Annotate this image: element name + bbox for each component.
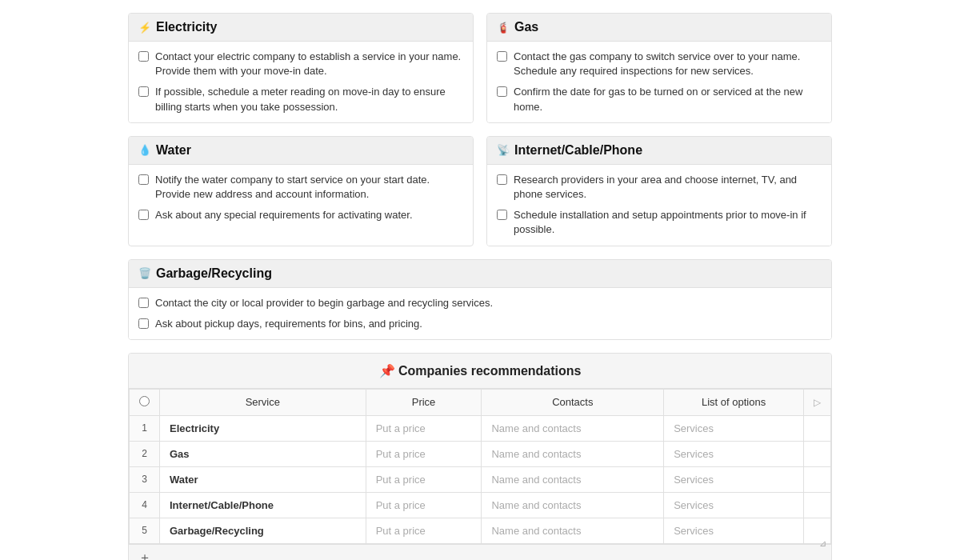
row-service-2: Gas (160, 441, 366, 466)
row-contacts-5[interactable]: Name and contacts (482, 518, 664, 543)
row-price-1[interactable]: Put a price (366, 415, 482, 441)
table-header-row: Service Price Contacts List of options ▷ (130, 389, 831, 415)
top-row: ⚡ Electricity Contact your electric comp… (128, 13, 832, 123)
internet-item-1: Research providers in your area and choo… (497, 173, 822, 202)
row-contacts-4[interactable]: Name and contacts (482, 492, 664, 518)
row-num-4: 4 (130, 492, 160, 518)
companies-section: 📌 Companies recommendations Service Pric… (128, 353, 832, 560)
row-num-1: 1 (130, 415, 160, 441)
electricity-icon: ⚡ (138, 22, 151, 34)
internet-checkbox-1[interactable] (497, 174, 507, 185)
gas-section: 🧯 Gas Contact the gas company to switch … (486, 13, 832, 123)
row-num-5: 5 (130, 518, 160, 543)
garbage-icon: 🗑️ (138, 267, 151, 279)
water-checkbox-2[interactable] (138, 210, 149, 220)
electricity-title: Electricity (156, 20, 217, 34)
table-col-resize: ▷ (804, 389, 831, 415)
gas-item-1: Contact the gas company to switch servic… (497, 50, 822, 78)
electricity-item-1-text: Contact your electric company to establi… (155, 50, 463, 78)
table-row: 3 Water Put a price Name and contacts Se… (130, 466, 831, 492)
water-title: Water (156, 143, 191, 158)
row-extra-2 (804, 441, 831, 466)
gas-item-2-text: Confirm the date for gas to be turned on… (514, 85, 822, 114)
row-price-4[interactable]: Put a price (366, 492, 482, 518)
garbage-item-2-text: Ask about pickup days, requirements for … (155, 317, 422, 331)
row-extra-1 (804, 415, 831, 441)
row-contacts-3[interactable]: Name and contacts (482, 466, 664, 492)
row-options-1[interactable]: Services (664, 415, 804, 441)
internet-icon: 📡 (497, 144, 510, 156)
table-col-service: Service (160, 389, 366, 415)
add-row-button[interactable]: ＋ (135, 548, 154, 560)
water-item-1: Notify the water company to start servic… (138, 173, 463, 202)
internet-checkbox-2[interactable] (497, 210, 507, 220)
garbage-item-1: Contact the city or local provider to be… (138, 296, 822, 310)
row-service-3: Water (160, 466, 366, 492)
electricity-checkbox-2[interactable] (138, 86, 149, 97)
electricity-body: Contact your electric company to establi… (129, 42, 473, 122)
garbage-item-2: Ask about pickup days, requirements for … (138, 317, 822, 331)
electricity-checkbox-1[interactable] (138, 51, 149, 62)
gas-item-1-text: Contact the gas company to switch servic… (514, 50, 822, 78)
gas-checkbox-2[interactable] (497, 86, 507, 97)
companies-header: 📌 Companies recommendations (129, 354, 831, 389)
table-row: 4 Internet/Cable/Phone Put a price Name … (130, 492, 831, 518)
internet-body: Research providers in your area and choo… (487, 165, 831, 246)
garbage-title: Garbage/Recycling (156, 266, 272, 281)
row-price-3[interactable]: Put a price (366, 466, 482, 492)
row-num-3: 3 (130, 466, 160, 492)
water-item-2: Ask about any special requirements for a… (138, 208, 463, 222)
water-section: 💧 Water Notify the water company to star… (128, 136, 474, 246)
companies-table-wrapper: Service Price Contacts List of options ▷… (129, 389, 831, 560)
resize-handle-icon: ⊿ (819, 538, 826, 549)
water-checkbox-1[interactable] (138, 174, 149, 185)
row-contacts-1[interactable]: Name and contacts (482, 415, 664, 441)
row-options-5[interactable]: Services (664, 518, 804, 543)
row-options-4[interactable]: Services (664, 492, 804, 518)
water-header: 💧 Water (129, 137, 473, 165)
garbage-item-1-text: Contact the city or local provider to be… (155, 296, 493, 310)
internet-item-2-text: Schedule installation and setup appointm… (514, 208, 822, 237)
internet-header: 📡 Internet/Cable/Phone (487, 137, 831, 165)
garbage-checkbox-2[interactable] (138, 318, 149, 329)
companies-table-container[interactable]: Service Price Contacts List of options ▷… (129, 389, 831, 544)
garbage-section: 🗑️ Garbage/Recycling Contact the city or… (128, 259, 832, 340)
garbage-checkbox-1[interactable] (138, 298, 149, 308)
table-col-options: List of options (664, 389, 804, 415)
electricity-item-1: Contact your electric company to establi… (138, 50, 463, 78)
internet-item-2: Schedule installation and setup appointm… (497, 208, 822, 237)
table-col-radio (130, 389, 160, 415)
table-row: 2 Gas Put a price Name and contacts Serv… (130, 441, 831, 466)
row-options-3[interactable]: Services (664, 466, 804, 492)
table-col-price: Price (366, 389, 482, 415)
row-options-2[interactable]: Services (664, 441, 804, 466)
table-col-contacts: Contacts (482, 389, 664, 415)
water-body: Notify the water company to start servic… (129, 165, 473, 231)
row-service-5: Garbage/Recycling (160, 518, 366, 543)
select-all-radio[interactable] (139, 396, 150, 406)
main-content: ⚡ Electricity Contact your electric comp… (0, 0, 960, 560)
electricity-header: ⚡ Electricity (129, 14, 473, 42)
internet-item-1-text: Research providers in your area and choo… (514, 173, 822, 202)
row-service-4: Internet/Cable/Phone (160, 492, 366, 518)
companies-title: 📌 Companies recommendations (379, 364, 582, 378)
row-price-2[interactable]: Put a price (366, 441, 482, 466)
gas-header: 🧯 Gas (487, 14, 831, 42)
row-num-2: 2 (130, 441, 160, 466)
gas-item-2: Confirm the date for gas to be turned on… (497, 85, 822, 114)
row-service-1: Electricity (160, 415, 366, 441)
middle-row: 💧 Water Notify the water company to star… (128, 136, 832, 246)
water-icon: 💧 (138, 144, 151, 156)
gas-icon: 🧯 (497, 22, 510, 34)
gas-body: Contact the gas company to switch servic… (487, 42, 831, 122)
garbage-header: 🗑️ Garbage/Recycling (129, 260, 831, 288)
row-price-5[interactable]: Put a price (366, 518, 482, 543)
garbage-body: Contact the city or local provider to be… (129, 288, 831, 339)
electricity-section: ⚡ Electricity Contact your electric comp… (128, 13, 474, 123)
row-contacts-2[interactable]: Name and contacts (482, 441, 664, 466)
row-extra-3 (804, 466, 831, 492)
gas-checkbox-1[interactable] (497, 51, 507, 62)
internet-section: 📡 Internet/Cable/Phone Research provider… (486, 136, 832, 246)
electricity-item-2-text: If possible, schedule a meter reading on… (155, 85, 463, 114)
water-item-1-text: Notify the water company to start servic… (155, 173, 463, 202)
